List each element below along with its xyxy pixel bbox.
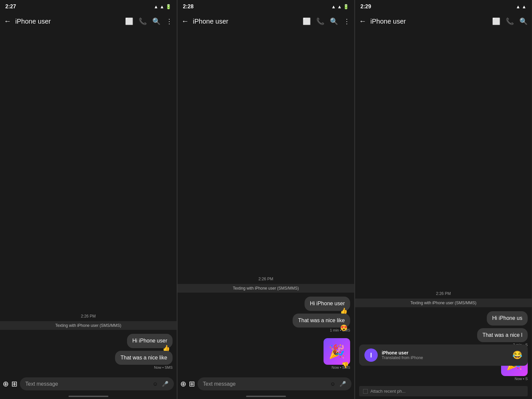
chat-area-2: 2:26 PM Texting with iPhone user (SMS/MM… (178, 31, 354, 375)
chat-spacer-3 (359, 33, 528, 291)
message-row-2-3: 🎉 👎 Now • SMS (182, 338, 350, 369)
emoji-icon-2[interactable]: ☺ (330, 381, 335, 387)
input-bar-1: ⊕ ⊞ Text message ☺ 🎤 (0, 375, 177, 396)
status-bar-2: 2:28 ▲ ▲ 🔋 (178, 0, 354, 12)
input-right-icons-2: ☺ 🎤 (330, 381, 346, 387)
bubble-text-3-2: That was a nice l (482, 332, 522, 338)
status-icons-3: ▲ ▲ (516, 4, 526, 9)
text-input-1[interactable]: Text message ☺ 🎤 (20, 377, 174, 390)
gallery-icon-1[interactable]: ⊞ (11, 380, 17, 388)
wifi-icon-2: ▲ (331, 4, 336, 9)
battery-icon-1: 🔋 (166, 4, 171, 9)
search-icon-3[interactable]: 🔍 (519, 17, 528, 25)
wifi-icon-3: ▲ (516, 4, 520, 9)
search-icon-1[interactable]: 🔍 (152, 17, 161, 25)
add-icon-2[interactable]: ⊕ (180, 380, 186, 388)
bubble-1-2[interactable]: That was a nice like (115, 351, 173, 365)
search-icon-2[interactable]: 🔍 (330, 17, 338, 25)
image-meta-3: Now • S (515, 377, 528, 381)
video-call-icon-3[interactable]: ⬜ (492, 17, 500, 25)
message-row-3-1: Hi iPhone us (359, 311, 528, 325)
input-bar-2: ⊕ ⊞ Text message ☺ 🎤 (178, 375, 354, 396)
more-icon-2[interactable]: ⋮ (343, 17, 350, 25)
home-indicator-2 (246, 396, 286, 397)
app-bar-3: ← iPhone user ⬜ 📞 🔍 (355, 12, 532, 31)
bubble-text-1-2: That was a nice like (120, 355, 167, 360)
status-icons-1: ▲ ▲ 🔋 (154, 4, 171, 9)
status-icons-2: ▲ ▲ 🔋 (331, 4, 349, 9)
notification-toast-3[interactable]: I iPhone user Translated from iPhone 😂 (359, 344, 528, 366)
chat-area-3: 2:26 PM Texting with iPhone user (SMS/MM… (355, 31, 532, 399)
session-label-2: Texting with iPhone user (SMS/MMS) (178, 284, 354, 293)
app-bar-icons-2: ⬜ 📞 🔍 ⋮ (303, 17, 350, 25)
status-bar-3: 2:29 ▲ ▲ (355, 0, 532, 12)
bubble-3-1[interactable]: Hi iPhone us (487, 311, 528, 325)
message-row-1-1: Hi iPhone user 👍 (4, 334, 173, 348)
text-input-2[interactable]: Text message ☺ 🎤 (198, 377, 351, 390)
add-icon-1[interactable]: ⊕ (3, 380, 9, 388)
message-row-2-1: Hi iPhone user 👍 (182, 297, 350, 311)
session-label-1: Texting with iPhone user (SMS/MMS) (0, 321, 177, 330)
chat-area-1: 2:26 PM Texting with iPhone user (SMS/MM… (0, 31, 177, 375)
battery-icon-2: 🔋 (343, 4, 349, 9)
home-indicator-1 (68, 396, 108, 397)
wifi-icon-1: ▲ (154, 4, 158, 9)
attach-label-3: Attach recent ph... (370, 389, 406, 394)
back-button-2[interactable]: ← (182, 17, 189, 26)
bubble-2-1[interactable]: Hi iPhone user 👍 (305, 297, 350, 311)
bubble-3-2[interactable]: That was a nice l (477, 328, 528, 342)
phone-panel-3: 2:29 ▲ ▲ ← iPhone user ⬜ 📞 🔍 2:26 PM Tex… (355, 0, 532, 399)
image-bubble-2[interactable]: 🎉 (324, 338, 350, 365)
contact-name-2: iPhone user (193, 18, 299, 25)
notif-subtitle-3: Translated from iPhone (382, 355, 508, 360)
signal-icon-2: ▲ (337, 4, 342, 9)
notif-content-3: iPhone user Translated from iPhone (382, 350, 508, 360)
video-call-icon-2[interactable]: ⬜ (303, 17, 311, 25)
status-bar-1: 2:27 ▲ ▲ 🔋 (0, 0, 177, 12)
bubble-text-1-1: Hi iPhone user (132, 338, 167, 343)
timestamp-3: 2:26 PM (359, 291, 528, 296)
bubble-text-2-1: Hi iPhone user (310, 301, 345, 306)
bubble-2-2[interactable]: That was a nice like 😍 (293, 314, 350, 328)
mic-icon-1[interactable]: 🎤 (162, 381, 169, 387)
message-row-1-2: That was a nice like Now • SMS (4, 351, 173, 369)
session-label-3: Texting with iPhone user (SMS/MMS) (355, 299, 532, 307)
notif-avatar-3: I (364, 348, 378, 362)
mic-icon-2[interactable]: 🎤 (339, 381, 346, 387)
attach-bar-3[interactable]: Attach recent ph... (359, 386, 528, 396)
attach-checkbox-3 (363, 389, 368, 394)
contact-name-3: iPhone user (370, 18, 488, 25)
signal-icon-3: ▲ (522, 4, 526, 9)
emoji-icon-1[interactable]: ☺ (153, 381, 158, 387)
phone-panel-2: 2:28 ▲ ▲ 🔋 ← iPhone user ⬜ 📞 🔍 ⋮ 2:26 PM… (178, 0, 354, 399)
more-icon-1[interactable]: ⋮ (166, 17, 173, 25)
phone-icon-3[interactable]: 📞 (506, 17, 514, 25)
notif-emoji-3: 😂 (512, 350, 522, 360)
phone-icon-1[interactable]: 📞 (139, 17, 147, 25)
app-bar-icons-3: ⬜ 📞 🔍 (492, 17, 528, 25)
phone-icon-2[interactable]: 📞 (316, 17, 325, 25)
gallery-icon-2[interactable]: ⊞ (189, 380, 195, 388)
notif-title-3: iPhone user (382, 350, 508, 355)
input-right-icons-1: ☺ 🎤 (153, 381, 169, 387)
contact-name-1: iPhone user (15, 18, 121, 25)
timestamp-1: 2:26 PM (4, 314, 173, 319)
back-button-1[interactable]: ← (4, 17, 11, 26)
back-button-3[interactable]: ← (359, 17, 366, 26)
video-call-icon-1[interactable]: ⬜ (125, 17, 133, 25)
app-bar-2: ← iPhone user ⬜ 📞 🔍 ⋮ (178, 12, 354, 31)
image-reaction-2: 👎 (341, 361, 349, 369)
input-placeholder-1: Text message (25, 381, 58, 387)
status-time-1: 2:27 (5, 4, 16, 10)
signal-icon-1: ▲ (160, 4, 164, 9)
timestamp-2: 2:26 PM (182, 277, 350, 281)
image-emoji-2: 🎉 (329, 344, 345, 359)
notif-avatar-letter-3: I (370, 351, 372, 359)
status-time-3: 2:29 (360, 4, 371, 10)
message-row-3-2: That was a nice l 2 min • S (359, 328, 528, 347)
app-bar-1: ← iPhone user ⬜ 📞 🔍 ⋮ (0, 12, 177, 31)
bubble-1-1[interactable]: Hi iPhone user 👍 (127, 334, 173, 348)
bubble-text-3-1: Hi iPhone us (492, 315, 522, 321)
message-meta-1-2: Now • SMS (154, 365, 173, 369)
message-row-2-2: That was a nice like 😍 1 min • SMS (182, 314, 350, 332)
